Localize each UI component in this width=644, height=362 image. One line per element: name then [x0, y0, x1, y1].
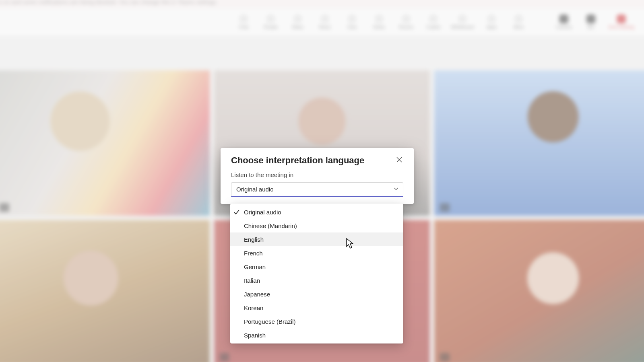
modal-header: Choose interpretation language	[221, 148, 414, 168]
language-option-label: Spanish	[244, 332, 266, 339]
close-icon	[396, 156, 402, 165]
language-option-label: Korean	[244, 304, 263, 311]
field-label: Listen to the meeting in	[231, 171, 403, 178]
language-option-label: English	[244, 236, 264, 243]
language-option[interactable]: Spanish	[230, 328, 403, 342]
interpretation-language-modal: Choose interpretation language Listen to…	[221, 148, 414, 204]
language-option[interactable]: Portuguese (Brazil)	[230, 315, 403, 328]
language-option-label: Chinese (Mandarin)	[244, 222, 297, 229]
language-option[interactable]: French	[230, 246, 403, 260]
check-icon	[233, 209, 240, 215]
language-option[interactable]: English	[230, 232, 403, 246]
language-option[interactable]: Japanese	[230, 287, 403, 301]
selected-value: Original audio	[236, 186, 274, 193]
language-option[interactable]: Chinese (Mandarin)	[230, 219, 403, 232]
modal-title: Choose interpretation language	[231, 155, 364, 166]
language-dropdown: Original audioChinese (Mandarin)EnglishF…	[230, 204, 403, 343]
language-option-label: Italian	[244, 277, 260, 284]
language-option[interactable]: Original audio	[230, 205, 403, 219]
language-option-label: French	[244, 250, 263, 257]
language-option-label: Japanese	[244, 291, 270, 298]
language-option-label: German	[244, 263, 266, 270]
chevron-down-icon	[393, 186, 399, 193]
language-option[interactable]: German	[230, 260, 403, 274]
close-button[interactable]	[395, 156, 403, 165]
language-option-label: Portuguese (Brazil)	[244, 318, 295, 325]
language-select[interactable]: Original audio	[231, 182, 403, 197]
language-option[interactable]: Korean	[230, 301, 403, 315]
language-option[interactable]: Italian	[230, 274, 403, 287]
language-option-label: Original audio	[244, 209, 281, 216]
modal-body: Listen to the meeting in Original audio	[221, 168, 414, 204]
